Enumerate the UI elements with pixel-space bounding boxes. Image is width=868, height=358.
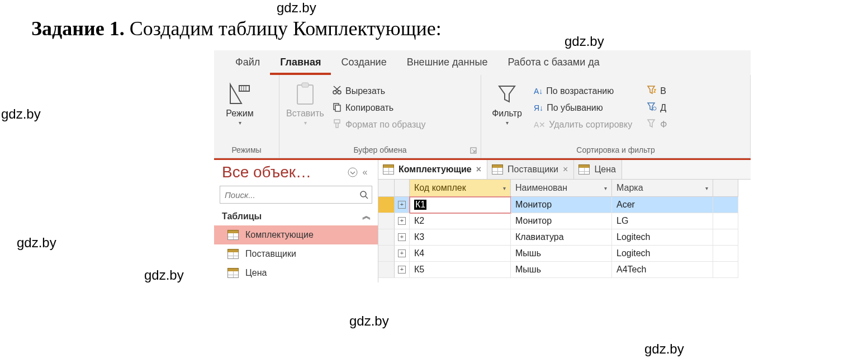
dialog-launcher-icon[interactable]	[469, 147, 477, 154]
chevron-down-icon: ▾	[705, 185, 708, 191]
expand-row-icon[interactable]: +	[395, 213, 410, 229]
expand-row-icon[interactable]: +	[395, 197, 410, 213]
expand-row-icon[interactable]: +	[395, 229, 410, 246]
row-selector[interactable]	[378, 246, 395, 262]
cell-brand[interactable]: A4Tech	[612, 262, 713, 278]
cell-extra[interactable]	[713, 262, 738, 278]
cell-extra[interactable]	[713, 246, 738, 262]
column-header-name[interactable]: Наименован▾	[511, 180, 612, 197]
shutter-bar-icon[interactable]: «	[359, 166, 371, 178]
search-icon[interactable]	[356, 190, 372, 199]
cell-name[interactable]: Монитор	[511, 213, 612, 229]
collapse-up-icon: ︽	[362, 210, 371, 222]
doc-tab-cena[interactable]: Цена	[574, 160, 622, 179]
cell-extra[interactable]	[713, 197, 738, 213]
selection-filter-label: В	[660, 86, 666, 96]
view-button[interactable]: Режим ▾	[220, 78, 260, 126]
column-header-key[interactable]: Код комплек▾	[410, 180, 511, 197]
nav-search	[220, 186, 372, 204]
watermark: gdz.by	[349, 313, 389, 329]
table-row[interactable]: + К4 Мышь Logitech	[378, 246, 751, 262]
cell-extra[interactable]	[713, 229, 738, 246]
nav-item-postav[interactable]: Поставщики	[214, 244, 378, 263]
paste-button[interactable]: Вставить ▾	[285, 78, 325, 126]
ribbon-group-sortfilter: Фильтр ▾ А↓ По возрастанию Я↓ По убывани…	[481, 75, 751, 158]
table-row[interactable]: + К3 Клавиатура Logitech	[378, 229, 751, 246]
content-area: Все объек… « Таблицы ︽ Комплекту	[214, 158, 751, 282]
ribbon-tab-create[interactable]: Создание	[331, 51, 396, 75]
expand-row-icon[interactable]: +	[395, 262, 410, 278]
search-input[interactable]	[220, 190, 356, 200]
row-selector[interactable]	[378, 213, 395, 229]
table-row[interactable]: + К5 Мышь A4Tech	[378, 262, 751, 278]
format-painter-label: Формат по образцу	[345, 120, 425, 130]
select-all-cell[interactable]	[378, 180, 395, 197]
paintbrush-icon	[332, 119, 342, 131]
filter-button[interactable]: Фильтр ▾	[487, 78, 527, 126]
toggle-filter-button[interactable]: Ф	[644, 116, 669, 133]
chevron-down-icon: ▾	[239, 120, 241, 126]
clear-sort-button[interactable]: А✕ Удалить сортировку	[532, 116, 634, 133]
expand-row-icon[interactable]: +	[395, 246, 410, 262]
cell-brand[interactable]: LG	[612, 213, 713, 229]
copy-button[interactable]: Копировать	[330, 100, 428, 116]
cell-key[interactable]: К3	[410, 229, 511, 246]
cut-label: Вырезать	[345, 86, 385, 96]
svg-line-17	[366, 196, 368, 199]
close-icon[interactable]: ×	[476, 164, 481, 175]
paste-button-label: Вставить	[286, 109, 324, 119]
nav-category-tables[interactable]: Таблицы ︽	[214, 207, 378, 225]
cell-key[interactable]: К5	[410, 262, 511, 278]
ribbon-tab-file[interactable]: Файл	[225, 51, 270, 75]
view-button-label: Режим	[226, 109, 253, 119]
cell-key[interactable]: К1	[410, 197, 511, 213]
table-row[interactable]: + К1 Монитор Acer	[378, 197, 751, 213]
nav-item-komplekt[interactable]: Комплектующие	[214, 225, 378, 244]
nav-item-label: Цена	[245, 268, 267, 278]
advanced-filter-button[interactable]: Д	[644, 100, 669, 116]
doc-tab-komplekt[interactable]: Комплектующие ×	[378, 160, 487, 179]
ribbon-tab-external-data[interactable]: Внешние данные	[397, 51, 498, 75]
row-selector[interactable]	[378, 197, 395, 213]
sort-desc-button[interactable]: Я↓ По убыванию	[532, 100, 634, 116]
expand-header-cell	[395, 180, 410, 197]
doc-tab-postav[interactable]: Поставщики ×	[487, 160, 574, 179]
cell-key[interactable]: К4	[410, 246, 511, 262]
nav-title-row[interactable]: Все объек… «	[214, 160, 378, 183]
watermark: gdz.by	[17, 235, 56, 251]
table-icon	[227, 230, 239, 240]
cell-brand[interactable]: Logitech	[612, 246, 713, 262]
ribbon-tab-home[interactable]: Главная	[270, 51, 331, 75]
nav-item-label: Поставщики	[245, 249, 296, 259]
column-header-brand[interactable]: Марка▾	[612, 180, 713, 197]
cell-brand[interactable]: Logitech	[612, 229, 713, 246]
cell-name[interactable]: Клавиатура	[511, 229, 612, 246]
sort-desc-icon: Я↓	[534, 103, 543, 112]
cell-name[interactable]: Мышь	[511, 246, 612, 262]
cell-name[interactable]: Монитор	[511, 197, 612, 213]
column-header-extra[interactable]	[713, 180, 738, 197]
ruler-triangle-icon	[227, 82, 252, 106]
format-painter-button[interactable]: Формат по образцу	[330, 116, 428, 133]
cell-key[interactable]: К2	[410, 213, 511, 229]
nav-item-cena[interactable]: Цена	[214, 263, 378, 282]
cell-name[interactable]: Мышь	[511, 262, 612, 278]
svg-rect-4	[297, 85, 313, 104]
sort-asc-label: По возрастанию	[546, 86, 614, 96]
filter-button-label: Фильтр	[492, 109, 522, 119]
ribbon-tab-database-tools[interactable]: Работа с базами да	[497, 51, 609, 75]
table-row[interactable]: + К2 Монитор LG	[378, 213, 751, 229]
close-icon[interactable]: ×	[563, 164, 568, 175]
grid-header-row: Код комплек▾ Наименован▾ Марка▾	[378, 180, 751, 197]
cell-brand[interactable]: Acer	[612, 197, 713, 213]
svg-rect-12	[334, 120, 340, 123]
row-selector[interactable]	[378, 229, 395, 246]
selection-filter-button[interactable]: В	[644, 83, 669, 100]
cut-button[interactable]: Вырезать	[330, 83, 428, 100]
table-icon	[227, 268, 239, 278]
chevron-down-circle-icon[interactable]	[347, 166, 359, 178]
ribbon-group-clipboard: Вставить ▾ Вырезать Копировать	[279, 75, 481, 158]
sort-asc-button[interactable]: А↓ По возрастанию	[532, 83, 634, 100]
row-selector[interactable]	[378, 262, 395, 278]
cell-extra[interactable]	[713, 213, 738, 229]
